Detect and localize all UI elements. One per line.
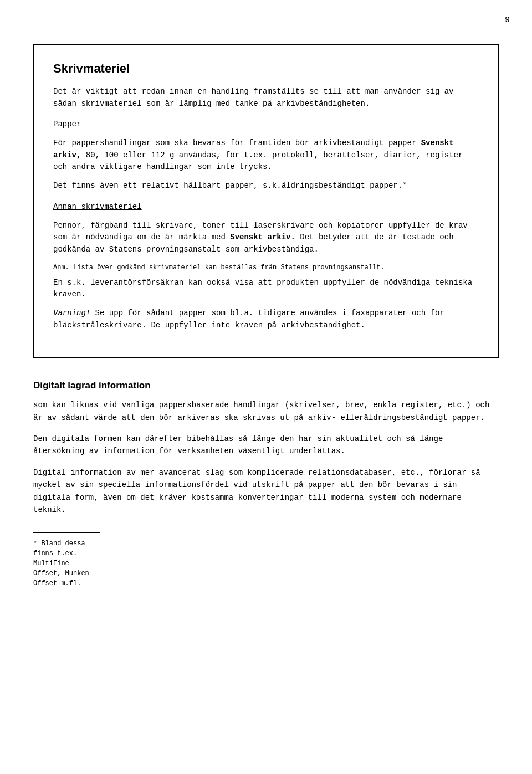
- papper-heading: Papper: [53, 119, 479, 131]
- intro-paragraph: Det är viktigt att redan innan en handli…: [53, 86, 479, 110]
- papper-paragraph: För pappershandlingar som ska bevaras fö…: [53, 137, 479, 173]
- digitalt-para2: Den digitala formen kan därefter bibehål…: [33, 433, 499, 458]
- digitalt-para1: som kan liknas vid vanliga pappersbasera…: [33, 399, 499, 424]
- papper-paragraph2: Det finns även ett relativt hållbart pap…: [53, 180, 479, 192]
- box-title: Skrivmateriel: [53, 61, 479, 76]
- digitalt-heading: Digitalt lagrad information: [33, 380, 499, 391]
- digitalt-section: Digitalt lagrad information som kan likn…: [33, 380, 499, 516]
- digitalt-para3: Digital information av mer avancerat sla…: [33, 467, 499, 516]
- annan-underline-heading: Annan skrivmateriel: [53, 201, 479, 213]
- skrivmateriel-box: Skrivmateriel Det är viktigt att redan i…: [33, 44, 499, 358]
- annan-bold: Svenskt arkiv.: [230, 233, 295, 242]
- varning-paragraph: Varning! Se upp för sådant papper som bl…: [53, 307, 479, 331]
- box-body: Det är viktigt att redan innan en handli…: [53, 86, 479, 331]
- annan-paragraph: Pennor, färgband till skrivare, toner ti…: [53, 220, 479, 256]
- papper-underline-heading: Papper: [53, 119, 479, 131]
- footnote-area: * Bland dessa finns t.ex. MultiFine Offs…: [33, 532, 100, 588]
- annan-note: Anm. Lista över godkänd skrivmateriel ka…: [53, 263, 479, 273]
- page-number: 9: [505, 16, 510, 25]
- leverantor-paragraph: En s.k. leverantörsförsäkran kan också v…: [53, 277, 479, 301]
- varning-italic: Varning!: [53, 309, 90, 317]
- footnote-text: * Bland dessa finns t.ex. MultiFine Offs…: [33, 539, 100, 588]
- varning-text: Se upp för sådant papper som bl.a. tidig…: [53, 309, 444, 330]
- annan-heading-para: Annan skrivmateriel: [53, 201, 479, 213]
- papper-text2: 80, 100 eller 112 g användas, för t.ex. …: [53, 151, 463, 172]
- papper-text1: För pappershandlingar som ska bevaras fö…: [53, 139, 421, 147]
